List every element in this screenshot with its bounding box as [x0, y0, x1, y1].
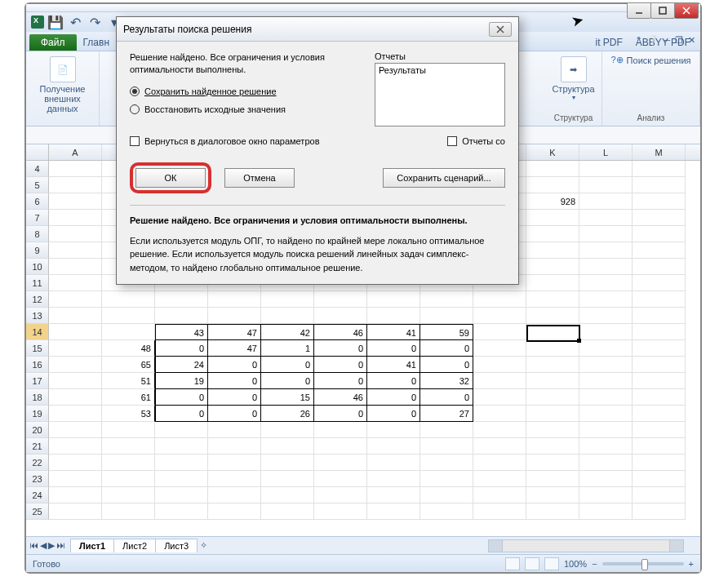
help-icon[interactable]: ❔ [647, 35, 659, 46]
ok-button[interactable]: ОК [135, 168, 206, 188]
cell[interactable] [633, 226, 686, 242]
cell[interactable] [579, 177, 633, 193]
cell[interactable] [49, 373, 102, 389]
cell[interactable] [314, 422, 367, 438]
cell[interactable] [526, 308, 579, 324]
cell[interactable] [579, 324, 633, 340]
cell[interactable] [49, 161, 102, 177]
checkbox-return-dialog[interactable]: Вернуться в диалоговое окно параметров [130, 136, 320, 146]
cell[interactable] [473, 422, 526, 438]
cell[interactable]: 41 [367, 324, 420, 340]
cell[interactable] [49, 340, 102, 357]
cell[interactable] [473, 340, 526, 357]
pdf-tab-1[interactable]: it PDF [589, 34, 629, 51]
cell[interactable] [102, 503, 155, 520]
cell[interactable] [367, 422, 420, 438]
mdi-restore-icon[interactable]: ❐ [675, 35, 683, 46]
row-header[interactable]: 11 [26, 275, 49, 291]
row-header[interactable]: 20 [26, 422, 49, 438]
row-header[interactable]: 10 [26, 259, 49, 275]
cell[interactable] [473, 406, 526, 422]
cell[interactable] [473, 357, 526, 373]
cell[interactable] [49, 308, 102, 324]
cell[interactable] [208, 438, 261, 455]
zoom-out-icon[interactable]: − [592, 559, 597, 569]
new-sheet-icon[interactable]: ✧ [200, 540, 207, 551]
radio-restore-values[interactable]: Восстановить исходные значения [130, 104, 358, 114]
cell[interactable] [261, 487, 314, 503]
cell[interactable] [526, 406, 579, 422]
cell[interactable] [633, 210, 686, 226]
cell[interactable] [420, 471, 473, 487]
cell[interactable] [579, 210, 633, 226]
cell[interactable] [261, 308, 314, 324]
cell[interactable] [579, 291, 633, 308]
cell[interactable] [579, 226, 633, 242]
mdi-close-icon[interactable]: ✕ [688, 35, 695, 46]
zoom-in-icon[interactable]: + [689, 559, 694, 569]
cell[interactable] [49, 210, 102, 226]
cell[interactable]: 53 [102, 406, 155, 422]
cell[interactable] [261, 503, 314, 520]
minimize-button[interactable] [627, 2, 651, 19]
cell[interactable] [579, 422, 633, 438]
cell[interactable] [367, 308, 420, 324]
cell[interactable] [155, 422, 208, 438]
cell[interactable] [526, 487, 579, 503]
cell[interactable] [208, 291, 261, 308]
cell[interactable] [367, 291, 420, 308]
cell[interactable] [526, 259, 579, 275]
row-header[interactable]: 21 [26, 438, 49, 455]
cell[interactable] [261, 291, 314, 308]
col-header[interactable]: L [579, 144, 633, 160]
cell[interactable] [526, 471, 579, 487]
cell[interactable] [420, 487, 473, 503]
cell[interactable] [314, 471, 367, 487]
cell[interactable]: 0 [420, 340, 473, 357]
cell[interactable] [49, 503, 102, 520]
cell[interactable] [526, 389, 579, 406]
cell[interactable]: 19 [155, 373, 208, 389]
cell[interactable]: 47 [208, 324, 261, 340]
row-header[interactable]: 9 [26, 242, 49, 259]
cell[interactable] [102, 422, 155, 438]
reports-listbox[interactable]: Результаты [375, 63, 505, 126]
row-header[interactable]: 13 [26, 308, 49, 324]
row-header[interactable]: 18 [26, 389, 49, 406]
cell[interactable] [526, 242, 579, 259]
cell[interactable] [208, 487, 261, 503]
cell[interactable] [420, 438, 473, 455]
cell[interactable] [155, 291, 208, 308]
row-header[interactable]: 19 [26, 406, 49, 422]
cell[interactable] [208, 455, 261, 471]
cell[interactable] [49, 357, 102, 373]
cell[interactable]: 59 [420, 324, 473, 340]
cell[interactable] [473, 438, 526, 455]
dialog-close-button[interactable] [489, 22, 512, 37]
cell[interactable] [579, 389, 633, 406]
cell[interactable] [579, 357, 633, 373]
cell[interactable]: 47 [208, 340, 261, 357]
cell[interactable] [420, 503, 473, 520]
cell[interactable] [49, 177, 102, 193]
col-header[interactable]: A [49, 144, 102, 160]
row-header[interactable]: 8 [26, 226, 49, 242]
cell[interactable]: 0 [208, 389, 261, 406]
cell[interactable] [633, 177, 686, 193]
cell[interactable]: 0 [367, 373, 420, 389]
cell[interactable] [208, 308, 261, 324]
qat-save-icon[interactable]: 💾 [47, 14, 64, 30]
row-header[interactable]: 25 [26, 503, 49, 520]
cell[interactable] [633, 389, 686, 406]
view-pagelayout-icon[interactable] [525, 557, 539, 570]
sheet-tab-2[interactable]: Лист2 [113, 539, 156, 552]
cell[interactable] [633, 242, 686, 259]
sheet-tab-3[interactable]: Лист3 [155, 539, 198, 552]
cell[interactable] [473, 324, 526, 340]
cell[interactable] [579, 406, 633, 422]
cell[interactable]: 0 [314, 340, 367, 357]
cell[interactable] [420, 291, 473, 308]
cell[interactable] [526, 291, 579, 308]
cell[interactable] [579, 275, 633, 291]
cell[interactable] [49, 324, 102, 340]
